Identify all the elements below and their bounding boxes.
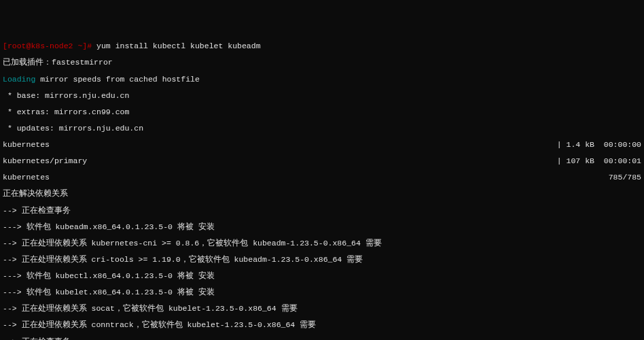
repo-info: | 107 kB 00:00:01: [557, 157, 641, 165]
mirror-base: * base: mirrors.nju.edu.cn: [3, 92, 641, 100]
dep-line: --> 正在处理依赖关系 cri-tools >= 1.19.0，它被软件包 k…: [3, 256, 641, 264]
mirror-updates: * updates: mirrors.nju.edu.cn: [3, 124, 641, 133]
prompt-command: yum install kubectl kubelet kubeadm: [92, 41, 260, 50]
dep-line: --> 正在检查事务: [3, 338, 641, 340]
terminal-output: [root@k8s-node2 ~]# yum install kubectl …: [3, 34, 641, 340]
repo-row-1: kubernetes| 1.4 kB 00:00:00: [3, 141, 641, 149]
repo-name: kubernetes/primary: [3, 157, 557, 165]
repo-name: kubernetes: [3, 173, 609, 182]
repo-info: | 1.4 kB 00:00:00: [557, 141, 641, 149]
loading-status: Loading: [3, 75, 35, 84]
dep-line: ---> 软件包 kubeadm.x86_64.0.1.23.5-0 将被 安装: [3, 223, 641, 231]
repo-name: kubernetes: [3, 141, 557, 149]
loading-rest: mirror speeds from cached hostfile: [35, 75, 200, 84]
prompt-line: [root@k8s-node2 ~]# yum install kubectl …: [3, 42, 641, 50]
dep-line: --> 正在处理依赖关系 socat，它被软件包 kubelet-1.23.5-…: [3, 305, 641, 313]
repo-info: 785/785: [609, 173, 641, 182]
dep-line: --> 正在处理依赖关系 kubernetes-cni >= 0.8.6，它被软…: [3, 239, 641, 248]
dep-title: 正在解决依赖关系: [3, 190, 641, 198]
dep-line: --> 正在处理依赖关系 conntrack，它被软件包 kubelet-1.2…: [3, 321, 641, 329]
loading-line: Loading mirror speeds from cached hostfi…: [3, 75, 641, 84]
repo-row-3: kubernetes785/785: [3, 173, 641, 182]
mirror-extras: * extras: mirrors.cn99.com: [3, 108, 641, 116]
plugins-line: 已加载插件：fastestmirror: [3, 58, 641, 67]
dep-line: ---> 软件包 kubelet.x86_64.0.1.23.5-0 将被 安装: [3, 288, 641, 296]
prompt-userhost: [root@k8s-node2 ~]#: [3, 41, 92, 50]
repo-row-2: kubernetes/primary| 107 kB 00:00:01: [3, 157, 641, 165]
dep-line: ---> 软件包 kubectl.x86_64.0.1.23.5-0 将被 安装: [3, 272, 641, 280]
dep-line: --> 正在检查事务: [3, 207, 641, 215]
